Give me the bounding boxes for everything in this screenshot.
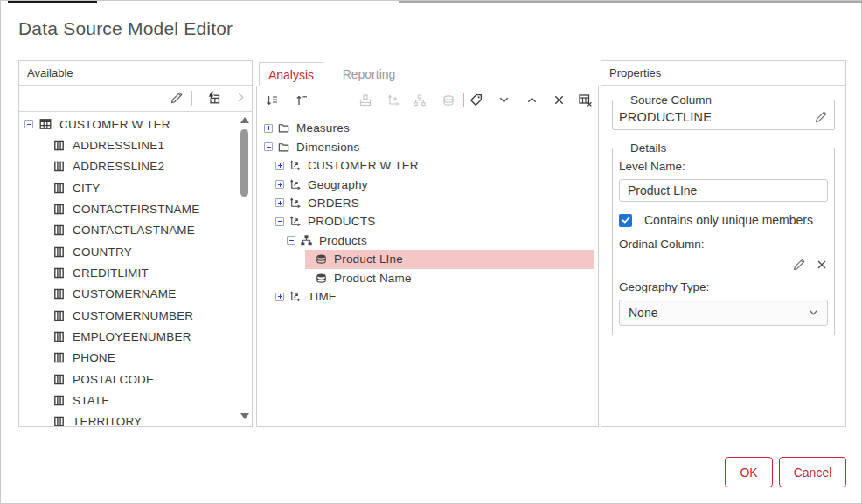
auto-generate-model-icon[interactable] [206, 91, 221, 106]
column-icon [52, 309, 66, 322]
tree-item-column[interactable]: STATE [19, 390, 252, 411]
column-icon [52, 245, 66, 259]
folder-icon [277, 121, 290, 135]
details-legend: Details [625, 142, 671, 155]
move-up-icon[interactable] [525, 93, 539, 107]
move-down-icon[interactable] [497, 93, 511, 107]
tree-item-label: CUSTOMER W TER [308, 159, 419, 172]
tree-item-table[interactable]: CUSTOMER W TER [19, 114, 252, 135]
column-icon [52, 160, 66, 173]
ordinal-column-label: Ordinal Column: [619, 238, 828, 251]
tab-reporting[interactable]: Reporting [323, 62, 414, 86]
model-tree: Measures Dimensions CUSTOMER W TER Geogr… [257, 114, 598, 426]
scroll-up-icon[interactable] [240, 117, 249, 123]
source-column-group: Source Column PRODUCTLINE [612, 93, 835, 130]
tree-item-column[interactable]: CITY [19, 177, 252, 198]
ok-button[interactable]: OK [725, 457, 773, 487]
tree-item-label: ADDRESSLINE1 [73, 139, 164, 152]
level-name-input[interactable] [619, 179, 828, 202]
cancel-button[interactable]: Cancel [779, 457, 846, 487]
tree-item-dimension[interactable]: ORDERS [257, 194, 598, 212]
tree-item-column[interactable]: PHONE [19, 348, 252, 369]
tree-item-label: CONTACTLASTNAME [73, 224, 195, 237]
reorder-up-icon[interactable] [294, 93, 309, 107]
tree-item-column[interactable]: CUSTOMERNAME [19, 284, 252, 305]
tree-item-label: CREDITLIMIT [73, 266, 149, 280]
tree-item-hierarchy[interactable]: Products [257, 231, 598, 250]
tree-item-dimension[interactable]: PRODUCTS [257, 212, 598, 231]
expand-icon[interactable] [275, 198, 284, 207]
source-column-legend: Source Column [625, 93, 717, 107]
add-level-icon[interactable] [441, 93, 455, 107]
delete-icon[interactable] [552, 93, 567, 107]
details-group: Details Level Name: Contains only unique… [612, 142, 835, 335]
edit-column-icon[interactable] [170, 91, 184, 105]
tree-item-column[interactable]: ADDRESSLINE1 [19, 135, 252, 155]
tree-item-column[interactable]: CONTACTFIRSTNAME [19, 198, 252, 219]
model-toolbar [257, 86, 598, 114]
tree-item-level[interactable]: Product Name [257, 269, 598, 287]
tree-item-column[interactable]: TERRITORY [19, 411, 252, 426]
column-icon [52, 182, 66, 195]
add-measure-icon[interactable] [358, 93, 372, 107]
tree-item-label: CONTACTFIRSTNAME [73, 203, 199, 216]
tree-item-dimension[interactable]: CUSTOMER W TER [257, 156, 598, 175]
column-icon [52, 139, 66, 152]
tree-item-measures[interactable]: Measures [257, 119, 598, 137]
clear-ordinal-column-icon[interactable] [816, 258, 828, 272]
expand-icon[interactable] [275, 293, 284, 301]
tree-item-column[interactable]: CUSTOMERNUMBER [19, 305, 252, 326]
tree-item-label: Products [319, 234, 367, 247]
table-icon [38, 117, 52, 131]
tree-item-column[interactable]: ADDRESSLINE2 [19, 156, 252, 177]
tree-item-label: CUSTOMER W TER [59, 118, 170, 131]
tree-item-label: TERRITORY [73, 415, 142, 426]
clear-model-icon[interactable] [578, 93, 593, 107]
scrollbar-thumb[interactable] [240, 129, 248, 197]
add-attribute-tag-icon[interactable] [469, 93, 483, 107]
tree-item-dimension[interactable]: Geography [257, 175, 598, 193]
add-hierarchy-icon[interactable] [412, 93, 427, 107]
toolbar-divider [463, 93, 464, 107]
tree-item-column[interactable]: COUNTRY [19, 241, 252, 262]
tree-item-dimension[interactable]: TIME [257, 287, 598, 306]
available-panel-title: Available [19, 61, 252, 86]
geography-type-select[interactable]: None [619, 300, 828, 326]
column-icon [52, 266, 66, 280]
tree-item-dimensions[interactable]: Dimensions [257, 137, 598, 155]
tree-item-label: PHONE [73, 351, 115, 364]
scrollbar[interactable] [239, 111, 250, 425]
column-icon [52, 330, 66, 343]
column-icon [52, 394, 66, 407]
tree-item-level-selected[interactable]: Product LIne [257, 250, 598, 268]
scroll-down-icon[interactable] [240, 413, 249, 419]
add-dimension-icon[interactable] [386, 93, 400, 107]
dimension-icon [288, 215, 302, 228]
expand-icon[interactable] [275, 162, 284, 170]
tree-item-label: COUNTRY [73, 245, 132, 259]
collapse-icon[interactable] [275, 217, 284, 226]
collapse-icon[interactable] [287, 236, 295, 245]
tree-item-label: STATE [73, 394, 110, 407]
expand-icon[interactable] [275, 180, 284, 189]
edit-source-column-icon[interactable] [814, 110, 828, 124]
dimension-icon [288, 159, 302, 172]
tree-item-column[interactable]: EMPLOYEENUMBER [19, 326, 252, 347]
collapse-icon[interactable] [264, 142, 273, 151]
tree-item-label: Dimensions [296, 141, 360, 154]
reorder-down-icon[interactable] [264, 93, 279, 107]
edit-ordinal-column-icon[interactable] [792, 258, 806, 272]
level-name-label: Level Name: [619, 160, 828, 173]
unique-members-checkbox[interactable] [619, 214, 632, 227]
tree-item-column[interactable]: POSTALCODE [19, 369, 252, 390]
tree-item-label: POSTALCODE [73, 373, 154, 386]
collapse-icon[interactable] [24, 120, 33, 128]
tab-analysis[interactable]: Analysis [259, 62, 323, 86]
properties-panel-title: Properties [601, 61, 845, 86]
expand-icon[interactable] [264, 124, 273, 133]
tree-item-column[interactable]: CREDITLIMIT [19, 262, 252, 283]
data-source-model-editor-dialog: Data Source Model Editor Available [0, 0, 862, 504]
chevron-down-icon [809, 309, 818, 316]
tree-item-column[interactable]: CONTACTLASTNAME [19, 220, 252, 241]
add-to-model-chevron-icon[interactable] [234, 91, 247, 104]
